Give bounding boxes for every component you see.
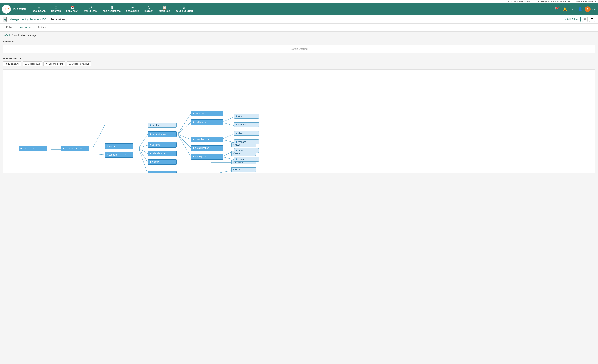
logo[interactable]: JS7 JS SEVEN	[2, 5, 26, 14]
dailyplan-minus-btn[interactable]: −	[162, 172, 166, 173]
permissions-arrow: ▼	[19, 57, 21, 60]
tab-roles[interactable]: Roles	[3, 24, 16, 31]
node-controller[interactable]: + controller +	[105, 152, 133, 158]
accounts-plus-btn[interactable]: +	[205, 112, 209, 115]
svg-line-13	[177, 134, 191, 139]
nav-monitor[interactable]: 🖥 MONITOR	[49, 3, 64, 15]
collapse-inactive-button[interactable]: ▲ Collapse inactive	[67, 61, 91, 66]
history-icon: ⏱	[147, 6, 151, 10]
sos-minus-btn[interactable]: −	[32, 147, 35, 150]
back-button[interactable]: ◀	[3, 17, 7, 22]
nav-dashboard[interactable]: ⊞ DASHBOARD	[30, 3, 49, 15]
controllers-minus-btn[interactable]: −	[207, 138, 210, 141]
node-customization[interactable]: + customization +	[191, 145, 224, 151]
breadcrumb-parent[interactable]: Manage Identity Services (JOC)	[9, 18, 48, 21]
node-joc[interactable]: + joc −	[105, 143, 133, 149]
sep2: /	[49, 18, 50, 21]
path-default[interactable]: default	[3, 34, 10, 37]
customization-plus-btn[interactable]: +	[210, 146, 214, 150]
sos-triangle-btn[interactable]	[27, 147, 31, 150]
node-controllers[interactable]: + controllers −	[191, 137, 224, 142]
settings-button[interactable]: 👤	[577, 6, 583, 12]
certificates-minus-btn[interactable]: −	[207, 121, 210, 124]
controller-plus-btn[interactable]: +	[124, 153, 127, 156]
nav-resources[interactable]: ✦ RESOURCES	[123, 3, 142, 15]
grid-view-button[interactable]: ⊞	[582, 17, 588, 22]
logo-icon: JS7	[2, 5, 11, 14]
expand-active-icon: ▼	[46, 63, 48, 65]
node-get-log[interactable]: + get_log	[148, 123, 176, 128]
tab-accounts[interactable]: Accounts	[16, 24, 34, 31]
breadcrumb: ◀ / Manage Identity Services (JOC) / Per…	[0, 15, 598, 24]
tabs-bar: Roles | Accounts | Profiles	[0, 24, 598, 32]
svg-line-3	[93, 125, 105, 147]
node-sos[interactable]: + sos −	[19, 146, 47, 152]
top-info-bar: Time: 16.04.2023 20:05:57 Remaining Sess…	[0, 0, 598, 3]
svg-line-12	[177, 122, 191, 134]
svg-line-7	[139, 145, 148, 148]
node-set-manage[interactable]: + manage	[234, 157, 259, 162]
node-cert-manage[interactable]: + manage	[234, 122, 259, 127]
auditlog-minus-btn[interactable]: −	[161, 143, 165, 146]
nav-audit-log[interactable]: 📋 AUDIT LOG	[156, 3, 173, 15]
nav-items: ⊞ DASHBOARD 🖥 MONITOR 📅 DAILY PLAN ⇄ WOR…	[30, 3, 554, 15]
breadcrumb-actions: + Add Folder ⊞ ☰	[563, 17, 595, 22]
node-dailyplan-view[interactable]: + view	[231, 167, 256, 172]
joc-triangle-btn[interactable]	[113, 145, 116, 148]
nav-file-transfers[interactable]: ⇅ FILE TRANSFERS	[100, 3, 124, 15]
settings-minus-btn[interactable]: −	[204, 155, 207, 158]
node-cert-view[interactable]: + view	[234, 114, 259, 119]
adminstration-minus-btn[interactable]: −	[167, 132, 170, 136]
nav-daily-plan[interactable]: 📅 DAILY PLAN	[64, 3, 81, 15]
node-ctrl-view[interactable]: + view	[234, 131, 259, 136]
collapse-inactive-icon: ▲	[69, 63, 71, 65]
node-products[interactable]: + products −	[61, 146, 89, 152]
permissions-section-header[interactable]: Permissions ▼	[3, 56, 595, 61]
collapse-all-icon: ▲	[25, 63, 27, 65]
nav-configuration[interactable]: ⚙ CONFIGURATION	[173, 3, 196, 15]
help-button[interactable]: ?	[569, 6, 576, 12]
daily-plan-icon: 📅	[70, 6, 75, 10]
add-folder-button[interactable]: + Add Folder	[563, 17, 581, 22]
nav-workflows[interactable]: ⇄ WORKFLOWS	[81, 3, 100, 15]
audit-log-icon: 📋	[162, 6, 166, 10]
node-set-view[interactable]: + view	[234, 148, 259, 153]
joc-minus-btn[interactable]: −	[117, 145, 121, 148]
notifications-button[interactable]: 🔔	[562, 6, 568, 12]
controller-label: Controller ID: testsuite	[575, 0, 596, 3]
node-ctrl-manage[interactable]: + manage	[234, 139, 259, 145]
session-label: Remaining Session Time: 1h 59m 38s	[536, 0, 571, 3]
svg-line-15	[177, 134, 191, 157]
nav-history[interactable]: ⏱ HISTORY	[142, 3, 156, 15]
svg-line-19	[211, 171, 231, 173]
controller-triangle-btn[interactable]	[119, 153, 123, 156]
node-cluster[interactable]: + cluster −	[148, 159, 176, 165]
svg-line-9	[139, 149, 148, 162]
expand-all-button[interactable]: ▼ Expand All	[3, 61, 21, 66]
path-bar: default / application_manager	[3, 34, 595, 37]
products-minus-btn[interactable]: −	[79, 147, 83, 150]
calendars-minus-btn[interactable]: −	[163, 152, 166, 155]
main-content: default / application_manager Folder ▼ N…	[0, 32, 598, 175]
expand-active-button[interactable]: ▼ Expand active	[43, 61, 65, 66]
tree-diagram: + sos − + products − + joc − +	[7, 73, 271, 169]
node-dailyplan[interactable]: + dailyplan −	[148, 171, 176, 173]
cluster-minus-btn[interactable]: −	[160, 160, 163, 164]
node-certificates[interactable]: + certificates −	[191, 119, 224, 125]
workflows-icon: ⇄	[89, 6, 92, 10]
svg-line-10	[139, 150, 148, 173]
node-calendars[interactable]: + calendars −	[148, 151, 176, 156]
monitor-icon: 🖥	[54, 6, 58, 10]
collapse-all-button[interactable]: ▲ Collapse All	[23, 61, 42, 66]
products-triangle-btn[interactable]	[75, 147, 78, 150]
node-adminstration[interactable]: + adminstration −	[148, 131, 176, 137]
list-view-button[interactable]: ☰	[589, 17, 595, 22]
folder-label: Folder	[3, 40, 11, 43]
folder-section-header[interactable]: Folder ▼	[3, 39, 595, 45]
node-auditlog[interactable]: + auditlog −	[148, 142, 176, 148]
node-accounts[interactable]: + accounts +	[191, 111, 224, 116]
flag-button[interactable]: 🚩	[554, 6, 560, 12]
path-sep: /	[12, 34, 13, 37]
tab-profiles[interactable]: Profiles	[34, 24, 49, 31]
node-settings[interactable]: + settings −	[191, 154, 224, 160]
